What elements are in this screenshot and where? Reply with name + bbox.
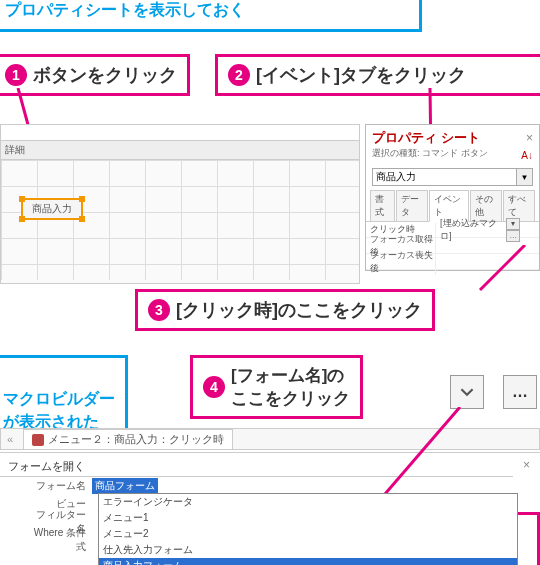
macro-builder: フォームを開く × フォーム名 商品フォーム ビュー フィルター名 Where … bbox=[0, 452, 540, 565]
chevron-down-icon bbox=[460, 385, 474, 399]
command-button-caption: 商品入力 bbox=[32, 202, 72, 216]
close-icon[interactable]: × bbox=[513, 454, 540, 476]
sort-icon[interactable]: A↓ bbox=[521, 150, 533, 161]
callout-1-num: 1 bbox=[5, 64, 27, 86]
note-text: プロパティシートを表示しておく bbox=[5, 1, 245, 18]
callout-3: 3 [クリック時]のここをクリック bbox=[135, 289, 435, 331]
command-button-product-entry[interactable]: 商品入力 bbox=[21, 198, 83, 220]
detail-section-header: 詳細 bbox=[1, 141, 359, 160]
object-selector[interactable]: ▼ bbox=[372, 168, 533, 186]
list-item[interactable]: 商品入力フォーム bbox=[99, 558, 517, 565]
object-selector-input[interactable] bbox=[372, 168, 517, 186]
callout-4: 4 [フォーム名]の ここをクリック bbox=[190, 355, 363, 419]
form-name-dropdown[interactable]: エラーインジケータ メニュー1 メニュー2 仕入先入力フォーム 商品入力フォーム bbox=[98, 493, 518, 565]
property-sheet-close-icon[interactable]: × bbox=[526, 131, 533, 145]
form-grid[interactable]: 商品入力 bbox=[1, 160, 359, 280]
macro-action-name[interactable]: フォームを開く bbox=[0, 453, 513, 477]
prop-row-lostfocus[interactable]: フォーカス喪失後 bbox=[366, 254, 539, 270]
list-item[interactable]: 仕入先入力フォーム bbox=[99, 542, 517, 558]
property-rows: クリック時 [埋め込みマクロ] ▾ … フォーカス取得後 フォーカス喪失後 bbox=[366, 221, 539, 270]
where-label: Where 条件式 bbox=[28, 526, 92, 554]
callout-2-num: 2 bbox=[228, 64, 250, 86]
note-text: マクロビルダー が表示された bbox=[3, 390, 115, 429]
macro-tab[interactable]: メニュー２：商品入力：クリック時 bbox=[23, 429, 233, 449]
horizontal-ruler bbox=[1, 125, 359, 141]
list-item[interactable]: メニュー2 bbox=[99, 526, 517, 542]
list-item[interactable]: メニュー1 bbox=[99, 510, 517, 526]
property-sheet-title: プロパティ シート bbox=[372, 129, 480, 147]
callout-1-text: ボタンをクリック bbox=[33, 63, 177, 87]
tab-format[interactable]: 書式 bbox=[370, 190, 395, 222]
list-item[interactable]: エラーインジケータ bbox=[99, 494, 517, 510]
callout-3-text: [クリック時]のここをクリック bbox=[176, 298, 422, 322]
form-design-surface: 詳細 商品入力 bbox=[0, 124, 360, 284]
chevron-down-icon[interactable]: ▾ bbox=[506, 218, 520, 230]
prop-key: フォーカス喪失後 bbox=[366, 249, 436, 275]
callout-4-num: 4 bbox=[203, 376, 225, 398]
ellipsis-button[interactable]: … bbox=[503, 375, 537, 409]
prop-val: [埋め込みマクロ] bbox=[440, 217, 504, 243]
builder-button[interactable]: … bbox=[506, 230, 520, 242]
macro-tab-bar: « メニュー２：商品入力：クリック時 bbox=[0, 428, 540, 450]
callout-1: 1 ボタンをクリック bbox=[0, 54, 190, 96]
callout-4-text: [フォーム名]の ここをクリック bbox=[231, 364, 350, 410]
note-precondition: プロパティシートを表示しておく bbox=[0, 0, 422, 32]
form-name-value[interactable]: 商品フォーム bbox=[92, 478, 158, 494]
macro-icon bbox=[32, 434, 44, 446]
dropdown-button[interactable] bbox=[450, 375, 484, 409]
callout-2-text: [イベント]タブをクリック bbox=[256, 63, 466, 87]
property-sheet-subtitle: 選択の種類: コマンド ボタン bbox=[366, 147, 494, 164]
property-sheet-title-row: プロパティ シート × bbox=[366, 125, 539, 147]
ellipsis-icon: … bbox=[512, 383, 528, 401]
chevron-down-icon[interactable]: ▼ bbox=[517, 168, 533, 186]
form-name-label: フォーム名 bbox=[28, 479, 92, 493]
callout-2: 2 [イベント]タブをクリック bbox=[215, 54, 540, 96]
macro-tab-label: メニュー２：商品入力：クリック時 bbox=[48, 432, 224, 447]
callout-3-num: 3 bbox=[148, 299, 170, 321]
tab-data[interactable]: データ bbox=[396, 190, 428, 222]
property-sheet: プロパティ シート × 選択の種類: コマンド ボタン A↓ ▼ 書式 データ … bbox=[365, 124, 540, 271]
